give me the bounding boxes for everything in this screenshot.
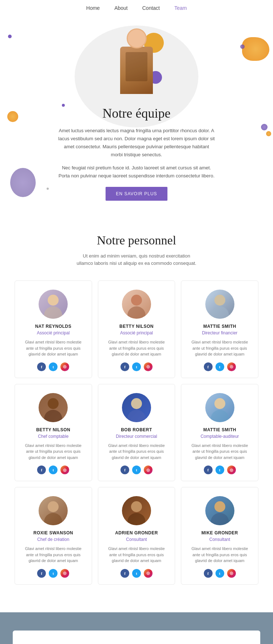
team-section: Notre personnel Ut enim ad minim veniam,… [0,215,273,601]
team-card-3: BETTY NILSON Chef comptable Glavi amet r… [15,384,92,482]
hero-description: Amet luctus venenatis lectus magna fring… [58,127,215,180]
member-desc-8: Glavi amet ritnisl libero molestie ante … [187,546,252,564]
member-name-7: ADRIEN GRONDER [115,530,158,535]
navigation: Home About Contact Team [0,0,273,15]
avatar-mattie-smith-2 [205,393,234,422]
nav-contact[interactable]: Contact [142,5,160,11]
member-desc-4: Glavi amet ritnisl libero molestie ante … [104,443,169,461]
team-card-5: MATTIE SMITH Comptable-auditeur Glavi am… [181,384,258,482]
nav-about[interactable]: About [114,5,128,11]
member-name-3: BETTY NILSON [36,427,70,432]
avatar-adrien-gronder [122,496,151,525]
member-desc-1: Glavi amet ritnisl libero molestie ante … [104,339,169,357]
hero-desc-2: Nec feugiat nisl pretium fusce id. Justo… [58,164,215,180]
member-name-8: MIKE GRONDER [201,530,238,535]
member-role-2: Directeur financier [202,330,237,335]
hero-title: Notre équipe [0,106,273,121]
hero-content: Notre équipe Amet luctus venenatis lectu… [0,25,273,201]
member-desc-5: Glavi amet ritnisl libero molestie ante … [187,443,252,461]
twitter-icon-5[interactable]: t [215,466,224,474]
member-role-8: Consultant [209,537,230,542]
avatar-bob-robert [122,393,151,422]
member-desc-2: Glavi amet ritnisl libero molestie ante … [187,339,252,357]
team-cards-grid: NAT REYNOLDS Associé principal Glavi ame… [15,280,258,585]
team-card-0: NAT REYNOLDS Associé principal Glavi ame… [15,280,92,378]
nav-home[interactable]: Home [86,5,100,11]
team-card-2: MATTIE SMITH Directeur financier Glavi a… [181,280,258,378]
member-desc-7: Glavi amet ritnisl libero molestie ante … [104,546,169,564]
twitter-icon-1[interactable]: t [132,362,141,371]
instagram-icon-0[interactable]: ◎ [60,362,69,371]
instagram-icon-4[interactable]: ◎ [144,466,153,474]
social-icons-2: f t ◎ [204,362,236,371]
social-icons-7: f t ◎ [120,569,153,578]
member-role-5: Comptable-auditeur [201,434,239,439]
facebook-icon-7[interactable]: f [120,569,129,578]
team-section-desc: Ut enim ad minim veniam, quis nostrud ex… [75,252,198,268]
instagram-icon-3[interactable]: ◎ [60,466,69,474]
instagram-icon-8[interactable]: ◎ [227,569,236,578]
facebook-icon-4[interactable]: f [120,466,129,474]
member-role-3: Chef comptable [38,434,68,439]
social-icons-5: f t ◎ [204,466,236,474]
member-role-4: Directeur commercial [116,434,157,439]
twitter-icon-4[interactable]: t [132,466,141,474]
twitter-icon-7[interactable]: t [132,569,141,578]
instagram-icon-5[interactable]: ◎ [227,466,236,474]
twitter-icon-8[interactable]: t [215,569,224,578]
social-icons-0: f t ◎ [37,362,69,371]
avatar-mike-gronder [205,496,234,525]
member-role-0: Associé principal [37,330,70,335]
avatar-nat-reynolds [39,290,68,319]
hero-illustration [107,25,166,98]
member-name-1: BETTY NILSON [119,324,154,329]
cta-section: Vous avez un nouveau projet ? Appelez-no… [0,612,273,644]
instagram-icon-7[interactable]: ◎ [144,569,153,578]
social-icons-8: f t ◎ [204,569,236,578]
member-role-1: Associé principal [120,330,153,335]
team-section-title: Notre personnel [15,233,258,247]
facebook-icon-1[interactable]: f [120,362,129,371]
instagram-icon-1[interactable]: ◎ [144,362,153,371]
nav-team[interactable]: Team [174,5,187,11]
member-name-0: NAT REYNOLDS [35,324,71,329]
member-desc-0: Glavi amet ritnisl libero molestie ante … [21,339,86,357]
team-card-8: MIKE GRONDER Consultant Glavi amet ritni… [181,487,258,585]
cta-card: Vous avez un nouveau projet ? Appelez-no… [13,631,260,644]
social-icons-3: f t ◎ [37,466,69,474]
member-name-2: MATTIE SMITH [203,324,236,329]
avatar-mattie-smith-1 [205,290,234,319]
twitter-icon-0[interactable]: t [49,362,58,371]
facebook-icon-2[interactable]: f [204,362,213,371]
facebook-icon-6[interactable]: f [37,569,46,578]
instagram-icon-6[interactable]: ◎ [60,569,69,578]
hero-desc-1: Amet luctus venenatis lectus magna fring… [58,127,215,159]
twitter-icon-2[interactable]: t [215,362,224,371]
hero-cta-button[interactable]: EN SAVOIR PLUS [106,187,167,201]
hero-section: Notre équipe Amet luctus venenatis lectu… [0,15,273,215]
team-card-7: ADRIEN GRONDER Consultant Glavi amet rit… [98,487,175,585]
member-name-4: BOB ROBERT [121,427,152,432]
facebook-icon-8[interactable]: f [204,569,213,578]
member-role-6: Chef de création [37,537,69,542]
team-card-4: BOB ROBERT Directeur commercial Glavi am… [98,384,175,482]
social-icons-1: f t ◎ [120,362,153,371]
member-desc-3: Glavi amet ritnisl libero molestie ante … [21,443,86,461]
twitter-icon-6[interactable]: t [49,569,58,578]
member-desc-6: Glavi amet ritnisl libero molestie ante … [21,546,86,564]
instagram-icon-2[interactable]: ◎ [227,362,236,371]
team-card-6: ROXIE SWANSON Chef de création Glavi ame… [15,487,92,585]
team-card-1: BETTY NILSON Associé principal Glavi ame… [98,280,175,378]
avatar-roxie-swanson [39,496,68,525]
twitter-icon-3[interactable]: t [49,466,58,474]
social-icons-6: f t ◎ [37,569,69,578]
social-icons-4: f t ◎ [120,466,153,474]
avatar-betty-nilson-1 [122,290,151,319]
member-name-5: MATTIE SMITH [203,427,236,432]
avatar-betty-nilson-2 [39,393,68,422]
facebook-icon-5[interactable]: f [204,466,213,474]
member-role-7: Consultant [126,537,147,542]
facebook-icon-0[interactable]: f [37,362,46,371]
facebook-icon-3[interactable]: f [37,466,46,474]
member-name-6: ROXIE SWANSON [33,530,73,535]
